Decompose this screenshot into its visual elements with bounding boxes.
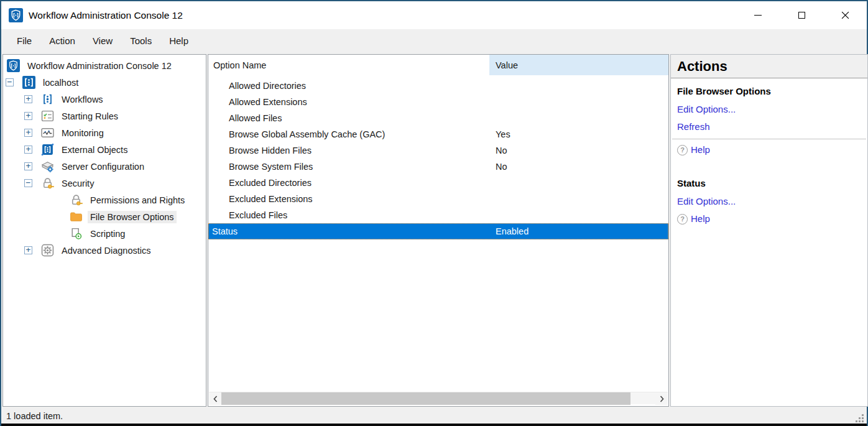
bottom-edge-strip bbox=[1, 424, 867, 426]
title-bar: Workflow Administration Console 12 bbox=[1, 1, 867, 29]
expand-expander-icon[interactable]: + bbox=[24, 95, 32, 103]
option-row-allowed-files[interactable]: Allowed Files bbox=[208, 110, 668, 126]
help-link[interactable]: Help bbox=[691, 144, 710, 155]
tree-item-workflows[interactable]: + Workflows bbox=[3, 91, 206, 108]
option-name-cell: Allowed Directories bbox=[208, 81, 489, 91]
menu-action[interactable]: Action bbox=[40, 32, 84, 49]
tree-item-label: Server Configuration bbox=[59, 160, 147, 173]
maximize-button[interactable] bbox=[780, 1, 823, 29]
refresh-link[interactable]: Refresh bbox=[677, 121, 861, 132]
column-header-option-name[interactable]: Option Name bbox=[208, 55, 489, 75]
resize-grip-icon[interactable] bbox=[856, 414, 864, 423]
option-name-cell: Status bbox=[208, 226, 489, 236]
horizontal-scrollbar[interactable] bbox=[209, 392, 668, 404]
actions-section-status: Status Edit Options... ? Help bbox=[677, 178, 861, 225]
maximize-icon bbox=[798, 12, 805, 19]
help-icon: ? bbox=[677, 214, 688, 225]
tree-item-label: External Objects bbox=[59, 144, 130, 156]
expand-expander-icon[interactable]: + bbox=[24, 112, 32, 120]
server-configuration-icon bbox=[41, 160, 54, 173]
option-row-status[interactable]: Status Enabled bbox=[208, 223, 668, 239]
minimize-button[interactable] bbox=[736, 1, 780, 29]
tree-item-console-root[interactable]: Workflow Administration Console 12 bbox=[3, 57, 206, 74]
column-header-value[interactable]: Value bbox=[489, 55, 668, 75]
tree-item-file-browser-options[interactable]: File Browser Options bbox=[3, 208, 206, 225]
starting-rules-icon bbox=[41, 109, 54, 123]
minimize-icon bbox=[754, 15, 762, 16]
tree-item-permissions-and-rights[interactable]: Permissions and Rights bbox=[3, 192, 206, 208]
chevron-left-icon bbox=[213, 396, 218, 402]
external-objects-icon bbox=[41, 143, 54, 156]
option-value-cell: No bbox=[489, 162, 668, 172]
menu-bar: File Action View Tools Help bbox=[1, 29, 867, 52]
option-name-cell: Allowed Files bbox=[208, 113, 489, 123]
menu-help[interactable]: Help bbox=[160, 32, 197, 49]
console-tree-pane: Workflow Administration Console 12 − loc… bbox=[2, 54, 206, 407]
tree-item-security[interactable]: − Security bbox=[3, 175, 206, 192]
option-name-cell: Excluded Files bbox=[208, 210, 489, 220]
permissions-lock-icon bbox=[70, 193, 83, 206]
close-button[interactable] bbox=[823, 1, 867, 29]
option-value-cell: No bbox=[489, 146, 668, 155]
tree-item-label: Scripting bbox=[88, 228, 127, 240]
tree-item-label: Starting Rules bbox=[59, 110, 121, 123]
option-row-excluded-directories[interactable]: Excluded Directories bbox=[208, 175, 668, 191]
tree-item-starting-rules[interactable]: + Starting Rules bbox=[3, 108, 206, 124]
folder-icon bbox=[70, 210, 83, 223]
workflows-icon bbox=[41, 93, 54, 106]
scroll-right-button[interactable] bbox=[655, 392, 668, 405]
advanced-diagnostics-icon bbox=[41, 244, 54, 257]
scrollbar-thumb[interactable] bbox=[221, 392, 630, 405]
expand-expander-icon[interactable]: + bbox=[24, 246, 32, 254]
tree-item-server-configuration[interactable]: + Server Configuration bbox=[3, 158, 206, 175]
option-row-excluded-files[interactable]: Excluded Files bbox=[208, 207, 668, 223]
expand-expander-icon[interactable]: + bbox=[24, 146, 32, 154]
scroll-left-button[interactable] bbox=[209, 392, 221, 405]
tree-item-label: Permissions and Rights bbox=[88, 194, 187, 206]
window-title: Workflow Administration Console 12 bbox=[29, 10, 183, 21]
menu-tools[interactable]: Tools bbox=[121, 32, 160, 49]
close-icon bbox=[841, 11, 849, 19]
option-name-cell: Excluded Extensions bbox=[208, 194, 489, 204]
tree-item-label: File Browser Options bbox=[88, 211, 177, 223]
monitoring-icon bbox=[41, 126, 54, 139]
security-lock-icon bbox=[41, 177, 54, 190]
chevron-right-icon bbox=[660, 396, 664, 402]
status-bar: 1 loaded item. bbox=[1, 407, 867, 425]
actions-section-file-browser-options: File Browser Options Edit Options... Ref… bbox=[677, 86, 861, 155]
actions-divider bbox=[672, 139, 866, 139]
tree-item-external-objects[interactable]: + External Objects bbox=[3, 141, 206, 158]
actions-section-title: Status bbox=[677, 178, 861, 188]
help-icon: ? bbox=[677, 145, 688, 155]
edit-options-link[interactable]: Edit Options... bbox=[677, 196, 861, 207]
tree-item-label: Workflow Administration Console 12 bbox=[25, 60, 174, 72]
collapse-expander-icon[interactable]: − bbox=[6, 78, 14, 86]
option-row-excluded-extensions[interactable]: Excluded Extensions bbox=[208, 191, 668, 207]
option-row-browse-gac[interactable]: Browse Global Assembly Cache (GAC) Yes bbox=[208, 126, 668, 142]
tree-item-scripting[interactable]: Scripting bbox=[3, 225, 206, 242]
tree-item-advanced-diagnostics[interactable]: + Advanced Diagnostics bbox=[3, 242, 206, 259]
tree-item-monitoring[interactable]: + Monitoring bbox=[3, 124, 206, 141]
actions-section-title: File Browser Options bbox=[677, 86, 861, 96]
expand-expander-icon[interactable]: + bbox=[24, 162, 32, 170]
tree-item-label: Security bbox=[59, 177, 96, 190]
option-row-allowed-extensions[interactable]: Allowed Extensions bbox=[208, 94, 668, 110]
option-row-allowed-directories[interactable]: Allowed Directories bbox=[208, 78, 668, 94]
actions-pane: Actions File Browser Options Edit Option… bbox=[670, 54, 868, 407]
app-window: Workflow Administration Console 12 File … bbox=[0, 0, 868, 426]
option-value-cell: Enabled bbox=[489, 226, 668, 236]
tree-item-localhost[interactable]: − localhost bbox=[3, 74, 206, 91]
option-name-cell: Allowed Extensions bbox=[208, 97, 489, 107]
tree-item-label: Workflows bbox=[59, 93, 106, 106]
help-link[interactable]: Help bbox=[691, 213, 710, 225]
option-row-browse-system-files[interactable]: Browse System Files No bbox=[208, 159, 668, 175]
collapse-expander-icon[interactable]: − bbox=[24, 179, 32, 187]
menu-view[interactable]: View bbox=[84, 32, 121, 49]
option-name-cell: Excluded Directories bbox=[208, 178, 489, 188]
edit-options-link[interactable]: Edit Options... bbox=[677, 104, 861, 115]
menu-file[interactable]: File bbox=[8, 32, 40, 49]
list-header: Option Name Value bbox=[208, 55, 668, 75]
option-name-cell: Browse Hidden Files bbox=[208, 146, 489, 155]
expand-expander-icon[interactable]: + bbox=[24, 129, 32, 137]
option-row-browse-hidden-files[interactable]: Browse Hidden Files No bbox=[208, 142, 668, 159]
